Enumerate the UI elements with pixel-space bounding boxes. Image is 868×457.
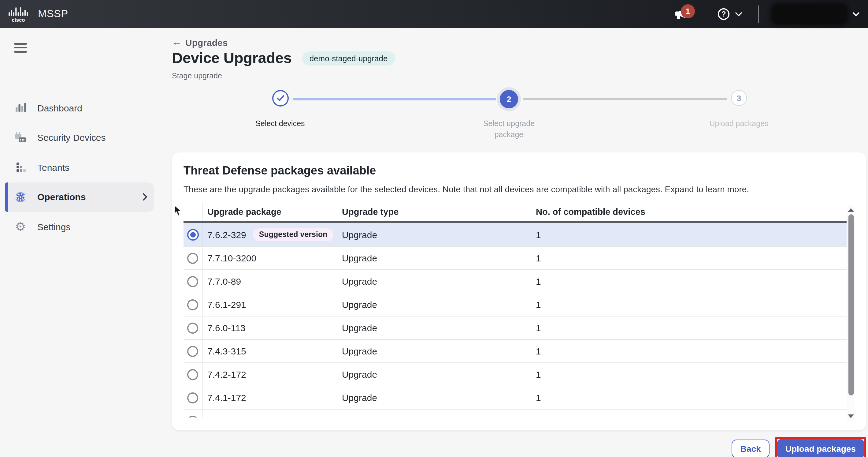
- type-cell: Upgrade: [342, 386, 534, 409]
- package-cell: 7.6.1-291: [203, 293, 342, 316]
- card-title: Threat Defense packages available: [184, 164, 855, 177]
- table-row-7.4.3-315[interactable]: 7.4.3-315 Upgrade 1: [184, 340, 846, 363]
- security-devices-icon: [14, 131, 27, 144]
- wizard-stepper: 2 3 Select devices Select upgrade packag…: [162, 90, 868, 134]
- scroll-down-arrow[interactable]: [848, 414, 854, 419]
- column-header-upgrade-type: Upgrade type: [342, 207, 534, 217]
- back-to-upgrades-link[interactable]: ← Upgrades: [172, 37, 227, 48]
- devices-cell: 1: [534, 316, 846, 339]
- radio-unselected[interactable]: [187, 392, 198, 403]
- help-icon: ?: [717, 8, 730, 20]
- sidebar-item-security-devices[interactable]: Security Devices: [5, 123, 154, 152]
- radio-unselected[interactable]: [187, 416, 198, 418]
- packages-card: Threat Defense packages available These …: [172, 152, 866, 430]
- radio-unselected[interactable]: [187, 346, 198, 356]
- back-link-label: Upgrades: [185, 37, 227, 48]
- page-subtitle: Stage upgrade: [172, 72, 868, 80]
- back-arrow-icon: ←: [172, 37, 182, 48]
- back-button[interactable]: Back: [732, 439, 770, 457]
- table-row-7.7.0-89[interactable]: 7.7.0-89 Upgrade 1: [184, 270, 846, 293]
- brand-name: MSSP: [38, 8, 68, 20]
- package-cell: 7.6.2-329 Suggested version: [203, 223, 342, 246]
- column-header-compatible-devices: No. of compatible devices: [534, 207, 846, 217]
- table-row-7.6.2-329[interactable]: 7.6.2-329 Suggested version Upgrade 1: [184, 223, 846, 247]
- cisco-logo: cisco: [8, 6, 30, 22]
- chevron-right-icon: [143, 193, 148, 201]
- type-cell: Upgrade: [342, 340, 534, 363]
- table-row-7.4.1-172[interactable]: 7.4.1-172 Upgrade 1: [184, 386, 846, 409]
- user-menu[interactable]: [773, 5, 860, 23]
- table-scrollbar[interactable]: [846, 204, 855, 422]
- table-row-7.6.0-113[interactable]: 7.6.0-113 Upgrade 1: [184, 316, 846, 340]
- upload-packages-button[interactable]: Upload packages: [777, 439, 864, 457]
- packages-table: Upgrade package Upgrade type No. of comp…: [184, 202, 846, 418]
- sidebar-item-tenants[interactable]: Tenants: [5, 152, 154, 182]
- main-content: ← Upgrades Device Upgrades demo-staged-u…: [162, 28, 868, 457]
- table-row-partial[interactable]: [184, 409, 846, 418]
- topbar-right: 1 ?: [673, 5, 860, 23]
- step-1-label: Select devices: [237, 118, 323, 129]
- package-cell: 7.7.0-89: [203, 270, 342, 293]
- sidebar-item-dashboard[interactable]: Dashboard: [5, 93, 154, 123]
- table-row-7.4.2-172[interactable]: 7.4.2-172 Upgrade 1: [184, 363, 846, 386]
- help-menu[interactable]: ?: [717, 8, 742, 20]
- type-cell: Upgrade: [342, 247, 534, 269]
- column-header-upgrade-package: Upgrade package: [203, 207, 342, 217]
- radio-unselected[interactable]: [187, 253, 198, 263]
- step-2-select-upgrade-package[interactable]: 2: [500, 90, 518, 108]
- radio-unselected[interactable]: [187, 369, 198, 380]
- devices-cell: [534, 409, 846, 418]
- type-cell: Upgrade: [342, 363, 534, 386]
- radio-unselected[interactable]: [187, 322, 198, 333]
- type-cell: [342, 409, 534, 418]
- radio-column-header: [184, 202, 203, 221]
- table-body: 7.6.2-329 Suggested version Upgrade 1 7.…: [184, 223, 846, 418]
- stepper-connector-upcoming: [523, 98, 727, 99]
- annotation-highlight-box: Upload packages: [775, 437, 866, 457]
- package-cell: 7.4.3-315: [203, 340, 342, 363]
- svg-text:cisco: cisco: [11, 17, 25, 22]
- notifications-button[interactable]: 1: [673, 7, 689, 22]
- check-icon: [277, 95, 284, 102]
- package-version: 7.6.2-329: [207, 229, 246, 240]
- type-cell: Upgrade: [342, 223, 534, 246]
- scroll-up-arrow[interactable]: [848, 207, 854, 212]
- devices-cell: 1: [534, 293, 846, 316]
- radio-unselected[interactable]: [187, 276, 198, 287]
- card-description: These are the upgrade packages available…: [184, 184, 855, 194]
- step-1-select-devices[interactable]: [272, 90, 289, 107]
- devices-cell: 1: [534, 386, 846, 409]
- dashboard-icon: [14, 102, 27, 114]
- sidebar-item-label: Dashboard: [37, 103, 82, 113]
- radio-selected[interactable]: [187, 229, 198, 240]
- type-cell: Upgrade: [342, 316, 534, 339]
- devices-cell: 1: [534, 247, 846, 269]
- upgrade-name-badge: demo-staged-upgrade: [302, 51, 395, 65]
- devices-cell: 1: [534, 363, 846, 386]
- sidebar-item-label: Security Devices: [37, 133, 105, 143]
- radio-unselected[interactable]: [187, 299, 198, 310]
- step-3-label: Upload packages: [696, 118, 782, 129]
- svg-text:?: ?: [721, 10, 726, 18]
- step-number: 2: [506, 94, 511, 104]
- sidebar-item-settings[interactable]: ⚙ Settings: [5, 212, 154, 241]
- step-number: 3: [737, 93, 741, 103]
- package-cell: 7.4.2-172: [203, 363, 342, 386]
- operations-sync-gear-icon: [14, 191, 27, 204]
- sidebar-item-label: Operations: [37, 192, 86, 202]
- type-cell: Upgrade: [342, 293, 534, 316]
- sidebar-item-operations[interactable]: Operations: [5, 182, 154, 212]
- table-header-row: Upgrade package Upgrade type No. of comp…: [184, 202, 846, 223]
- package-cell: 7.7.10-3200: [203, 247, 342, 269]
- devices-cell: 1: [534, 340, 846, 363]
- settings-gear-icon: ⚙: [14, 220, 27, 233]
- stepper-connector-active: [293, 98, 496, 100]
- table-row-7.7.10-3200[interactable]: 7.7.10-3200 Upgrade 1: [184, 247, 846, 270]
- table-row-7.6.1-291[interactable]: 7.6.1-291 Upgrade 1: [184, 293, 846, 316]
- brand: cisco MSSP: [8, 6, 68, 22]
- package-cell: [203, 409, 342, 418]
- devices-cell: 1: [534, 270, 846, 293]
- topbar: cisco MSSP 1 ?: [0, 0, 868, 28]
- scrollbar-thumb[interactable]: [848, 214, 854, 396]
- menu-toggle-button[interactable]: [14, 43, 27, 53]
